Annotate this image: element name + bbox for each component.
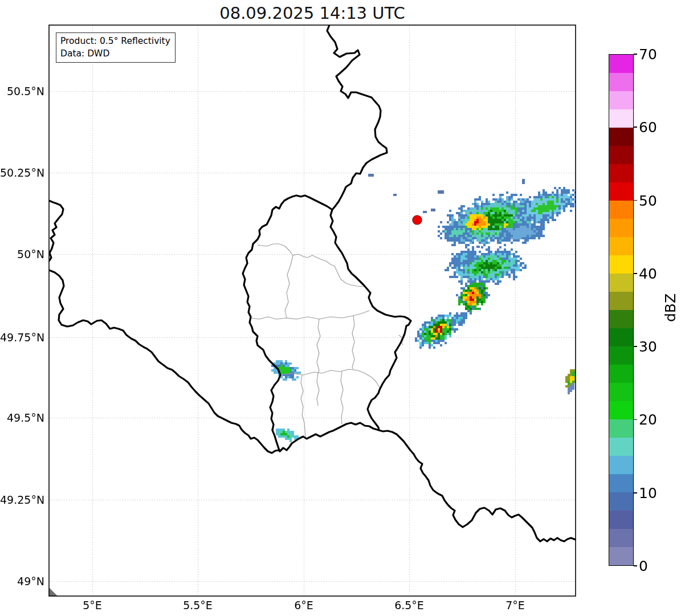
data-source-label: Data: DWD xyxy=(60,47,170,60)
colorbar-tick-mark xyxy=(634,200,637,201)
colorbar-stop xyxy=(609,128,633,146)
colorbar-stop xyxy=(609,55,633,73)
lon-tick-label: 5°E xyxy=(83,599,102,611)
colorbar-stop xyxy=(609,255,633,274)
colorbar-stop xyxy=(609,201,633,219)
colorbar-stop xyxy=(609,438,633,456)
lat-tick-label: 50°N xyxy=(0,248,44,260)
lon-tick-label: 6°E xyxy=(294,599,313,611)
colorbar-stop xyxy=(609,109,633,128)
colorbar-tick-mark xyxy=(634,54,637,55)
lat-tick-label: 49.5°N xyxy=(0,411,44,424)
lon-tick-label: 7°E xyxy=(505,599,525,611)
colorbar-tick-label: 40 xyxy=(639,265,657,282)
colorbar-stop xyxy=(609,146,633,164)
colorbar-tick-mark xyxy=(634,273,637,274)
lat-tick-label: 49.25°N xyxy=(0,493,44,506)
colorbar xyxy=(609,54,634,566)
colorbar-stop xyxy=(609,292,633,310)
lon-tick-label: 5.5°E xyxy=(183,599,213,611)
colorbar-stop xyxy=(609,73,633,91)
colorbar-stop xyxy=(609,310,633,328)
colorbar-tick-mark xyxy=(634,127,637,128)
colorbar-tick-mark xyxy=(634,492,637,493)
colorbar-stop xyxy=(609,529,633,547)
product-info-box: Product: 0.5° Reflectivity Data: DWD xyxy=(56,32,176,63)
product-label: Product: 0.5° Reflectivity xyxy=(60,35,170,47)
colorbar-stop xyxy=(609,511,633,529)
colorbar-stop xyxy=(609,419,633,438)
colorbar-axis-label: dBZ xyxy=(662,293,679,322)
radar-echo-layer xyxy=(0,0,685,616)
colorbar-tick-label: 0 xyxy=(639,558,648,574)
colorbar-tick-label: 60 xyxy=(639,119,657,136)
colorbar-stop xyxy=(609,456,633,474)
colorbar-stop xyxy=(609,346,633,365)
lat-tick-label: 49.75°N xyxy=(0,331,44,344)
colorbar-stop xyxy=(609,91,633,109)
colorbar-stop xyxy=(609,547,633,565)
lat-tick-label: 50.25°N xyxy=(0,166,44,179)
colorbar-stop xyxy=(609,492,633,511)
colorbar-tick-label: 10 xyxy=(639,484,657,501)
colorbar-tick-label: 50 xyxy=(639,192,657,209)
colorbar-stop xyxy=(609,328,633,346)
colorbar-stop xyxy=(609,237,633,255)
lon-tick-label: 6.5°E xyxy=(394,599,424,611)
colorbar-tick-label: 20 xyxy=(639,411,657,428)
colorbar-stop xyxy=(609,365,633,383)
colorbar-stop xyxy=(609,219,633,237)
colorbar-stop xyxy=(609,401,633,419)
lat-tick-label: 50.5°N xyxy=(0,85,44,97)
colorbar-stop xyxy=(609,164,633,182)
colorbar-stop xyxy=(609,182,633,201)
colorbar-stop xyxy=(609,274,633,292)
colorbar-tick-label: 30 xyxy=(639,338,657,355)
colorbar-tick-mark xyxy=(634,419,637,421)
colorbar-tick-mark xyxy=(634,346,637,347)
radar-figure: 08.09.2025 14:13 UTC Product: 0.5° Refle… xyxy=(0,0,685,616)
colorbar-tick-mark xyxy=(634,565,637,566)
colorbar-tick-label: 70 xyxy=(639,46,657,63)
lat-tick-label: 49°N xyxy=(0,575,44,588)
colorbar-stop xyxy=(609,474,633,492)
colorbar-stop xyxy=(609,383,633,401)
